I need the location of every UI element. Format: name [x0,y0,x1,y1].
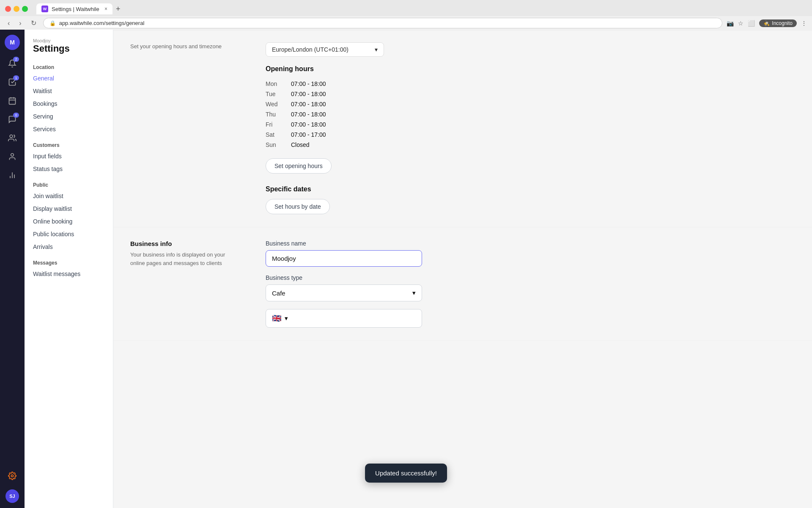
sidebar-brand: Moodjoy Settings [25,38,113,61]
tab-close-btn[interactable]: × [104,6,107,12]
incognito-label: Incognito [772,20,793,26]
rail-avatar-initial: M [10,39,15,46]
hours-time-tue: 07:00 - 18:00 [291,91,326,97]
sidebar-item-public-locations[interactable]: Public locations [25,228,113,240]
sidebar-item-bookings[interactable]: Bookings [25,97,113,110]
tasks-badge: 1 [13,75,19,80]
hours-row-tue: Tue 07:00 - 18:00 [266,89,795,99]
hours-day-thu: Thu [266,111,283,118]
sidebar-item-status-tags[interactable]: Status tags [25,163,113,175]
sidebar-item-join-waitlist[interactable]: Join waitlist [25,190,113,202]
sidebar-item-calendar[interactable] [4,92,21,109]
close-traffic-light[interactable] [5,6,11,12]
app-layout: M 2 1 [0,30,812,508]
sidebar-section-customers-title: Customers [25,139,113,150]
hours-row-mon: Mon 07:00 - 18:00 [266,79,795,89]
browser-actions: 📷 ☆ ⬜ 🕵️ Incognito ⋮ [727,19,807,27]
hours-row-thu: Thu 07:00 - 18:00 [266,109,795,119]
business-type-label: Business type [266,274,795,281]
svg-point-9 [11,475,14,477]
timezone-selector[interactable]: Europe/London (UTC+01:00) ▾ [266,42,384,57]
hours-row-sun: Sun Closed [266,140,795,150]
new-tab-btn[interactable]: + [116,5,121,14]
sidebar-brand-title: Settings [33,43,104,54]
sidebar-section-messages: Messages Waitlist messages [25,257,113,280]
sidebar-item-settings[interactable] [4,467,21,484]
browser-nav-bar: ‹ › ↻ 🔒 app.waitwhile.com/settings/gener… [0,16,812,31]
person-icon [8,152,16,161]
incognito-badge: 🕵️ Incognito [759,19,797,27]
bookmark-icon[interactable]: ☆ [738,20,743,27]
set-opening-hours-button[interactable]: Set opening hours [266,158,332,174]
tab-favicon: W [41,6,48,12]
sidebar-item-messages[interactable]: 0 [4,111,21,128]
hours-time-thu: 07:00 - 18:00 [291,111,326,118]
business-info-section-left: Business info Your business info is disp… [130,240,240,328]
hours-row-wed: Wed 07:00 - 18:00 [266,99,795,109]
opening-hours-section-left: Set your opening hours and timezone [130,42,240,214]
business-type-value: Cafe [272,290,285,297]
browser-chrome: W Settings | Waitwhile × + ‹ › ↻ 🔒 app.w… [0,0,812,30]
address-bar[interactable]: 🔒 app.waitwhile.com/settings/general [43,18,723,28]
minimize-traffic-light[interactable] [14,6,19,12]
incognito-icon: 🕵️ [763,20,770,26]
toast-message: Updated successfully! [375,469,437,477]
active-tab[interactable]: W Settings | Waitwhile × [36,3,112,14]
lock-icon: 🔒 [49,20,56,26]
chevron-down-icon: ▾ [375,46,378,53]
hours-time-wed: 07:00 - 18:00 [291,101,326,108]
sidebar: Moodjoy Settings Location General Waitli… [25,30,113,508]
messages-badge: 0 [13,113,19,118]
hours-day-fri: Fri [266,121,283,128]
sidebar-item-tasks[interactable]: 1 [4,74,21,91]
chevron-down-icon-lang: ▾ [285,315,288,322]
hours-table: Mon 07:00 - 18:00 Tue 07:00 - 18:00 Wed … [266,79,795,150]
sidebar-item-waitlist-messages[interactable]: Waitlist messages [25,268,113,280]
hours-time-mon: 07:00 - 18:00 [291,80,326,87]
sidebar-item-analytics[interactable] [4,167,21,184]
hours-day-tue: Tue [266,91,283,97]
main-content: Set your opening hours and timezone Euro… [113,30,812,508]
sidebar-item-waitlist[interactable]: Waitlist [25,85,113,97]
maximize-traffic-light[interactable] [22,6,28,12]
sidebar-item-arrivals[interactable]: Arrivals [25,240,113,253]
back-btn[interactable]: ‹ [5,19,12,28]
business-type-selector[interactable]: Cafe ▾ [266,284,422,301]
extension-icon[interactable]: ⬜ [748,20,755,27]
hours-row-sat: Sat 07:00 - 17:00 [266,130,795,140]
hours-time-sat: 07:00 - 17:00 [291,131,326,138]
menu-btn[interactable]: ⋮ [801,20,807,27]
sidebar-item-input-fields[interactable]: Input fields [25,150,113,163]
tab-title: Settings | Waitwhile [52,6,99,12]
chevron-down-icon-type: ▾ [412,289,416,297]
sidebar-section-location: Location General Waitlist Bookings Servi… [25,61,113,135]
sidebar-item-online-booking[interactable]: Online booking [25,215,113,228]
forward-btn[interactable]: › [16,19,24,28]
user-avatar[interactable]: SJ [5,489,19,503]
sidebar-item-serving[interactable]: Serving [25,110,113,123]
sidebar-item-customers[interactable] [4,130,21,146]
url-text: app.waitwhile.com/settings/general [59,20,145,26]
rail-brand-avatar[interactable]: M [5,35,20,50]
sidebar-item-general[interactable]: General [25,72,113,85]
sidebar-item-display-waitlist[interactable]: Display waitlist [25,202,113,215]
opening-hours-section-right: Europe/London (UTC+01:00) ▾ Opening hour… [266,42,795,214]
sidebar-item-notifications[interactable]: 2 [4,55,21,72]
language-flag: 🇬🇧 [272,314,281,323]
set-hours-by-date-button[interactable]: Set hours by date [266,199,330,214]
user-avatar-initials: SJ [9,494,15,499]
sidebar-section-location-title: Location [25,61,113,72]
camera-off-icon[interactable]: 📷 [727,20,734,27]
specific-dates-title: Specific dates [266,185,795,193]
refresh-btn[interactable]: ↻ [28,18,39,28]
sidebar-item-person[interactable] [4,148,21,165]
calendar-icon [8,97,16,105]
hours-day-mon: Mon [266,80,283,87]
sidebar-item-services[interactable]: Services [25,123,113,135]
success-toast: Updated successfully! [365,464,447,483]
notifications-badge: 2 [13,57,19,62]
business-name-label: Business name [266,240,795,247]
business-name-input[interactable] [266,250,422,267]
icon-rail: M 2 1 [0,30,25,508]
language-selector[interactable]: 🇬🇧 ▾ [266,309,422,328]
